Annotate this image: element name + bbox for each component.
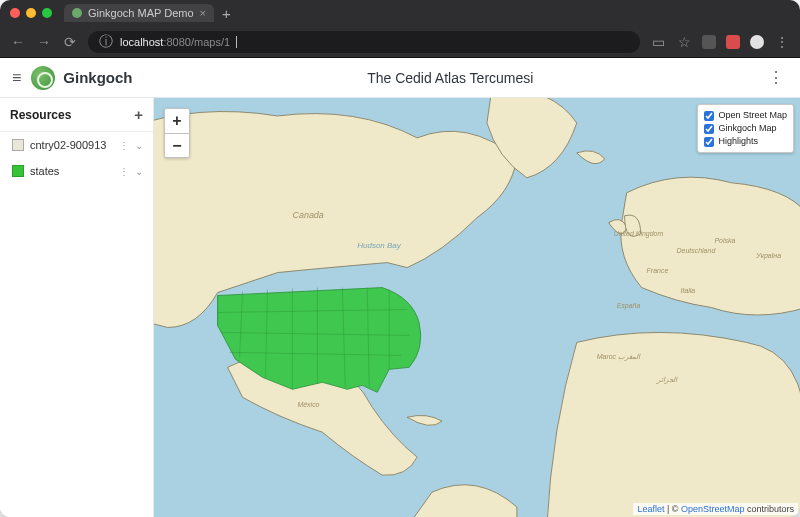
layer-toggle-highlights: Highlights (704, 135, 787, 148)
label-ukraine: Україна (755, 252, 781, 260)
forward-button[interactable]: → (36, 34, 52, 50)
zoom-out-button[interactable]: − (165, 133, 189, 157)
layer-label: states (30, 165, 59, 177)
extension-icon[interactable] (702, 35, 716, 49)
label-france: France (647, 267, 669, 274)
label-deutschland: Deutschland (677, 247, 717, 254)
sidebar-item-countries[interactable]: cntry02-900913 ⋮ ⌄ (0, 132, 153, 158)
reload-button[interactable]: ⟳ (62, 34, 78, 50)
window-controls (10, 8, 52, 18)
world-layer: Canada Hudson Bay México United Kingdom … (154, 98, 800, 517)
map-attribution: Leaflet | © OpenStreetMap contributors (633, 503, 798, 515)
leaflet-link[interactable]: Leaflet (637, 504, 664, 514)
tab-close-icon[interactable]: × (200, 7, 206, 19)
label-algeria: الجزائر (656, 376, 678, 384)
brand-logo (31, 66, 55, 90)
tab-favicon (72, 8, 82, 18)
close-window-button[interactable] (10, 8, 20, 18)
back-button[interactable]: ← (10, 34, 26, 50)
layer-actions-icon[interactable]: ⋮ (119, 166, 129, 177)
label-uk: United Kingdom (614, 230, 664, 238)
maximize-window-button[interactable] (42, 8, 52, 18)
url-host: localhost:8080/maps/1 (120, 36, 230, 48)
layer-toggle-ginkgoch: Ginkgoch Map (704, 122, 787, 135)
layer-swatch (12, 139, 24, 151)
new-tab-button[interactable]: + (222, 5, 231, 22)
osm-link[interactable]: OpenStreetMap (681, 504, 745, 514)
chevron-down-icon[interactable]: ⌄ (135, 140, 143, 151)
sidebar: Resources + cntry02-900913 ⋮ ⌄ states ⋮ … (0, 98, 154, 517)
brand-name: Ginkgoch (63, 69, 132, 86)
app: ≡ Ginkgoch The Cedid Atlas Tercumesi ⋮ R… (0, 58, 800, 517)
page-title: The Cedid Atlas Tercumesi (133, 70, 768, 86)
checkbox[interactable] (704, 124, 714, 134)
menu-icon[interactable]: ≡ (12, 69, 21, 87)
label-canada: Canada (292, 210, 323, 220)
layer-control[interactable]: Open Street Map Ginkgoch Map Highlights (697, 104, 794, 153)
browser-tab[interactable]: Ginkgoch MAP Demo × (64, 4, 214, 22)
layer-label: cntry02-900913 (30, 139, 106, 151)
extension-icon[interactable] (726, 35, 740, 49)
site-info-icon[interactable]: ⓘ (98, 33, 114, 51)
chevron-down-icon[interactable]: ⌄ (135, 166, 143, 177)
zoom-in-button[interactable]: + (165, 109, 189, 133)
checkbox[interactable] (704, 111, 714, 121)
tab-title: Ginkgoch MAP Demo (88, 7, 194, 19)
add-resource-button[interactable]: + (134, 106, 143, 123)
zoom-control: + − (164, 108, 190, 158)
label-espana: España (617, 302, 641, 310)
layer-toggle-osm: Open Street Map (704, 109, 787, 122)
app-body: Resources + cntry02-900913 ⋮ ⌄ states ⋮ … (0, 98, 800, 517)
sidebar-item-states[interactable]: states ⋮ ⌄ (0, 158, 153, 184)
url-cursor (236, 36, 237, 48)
browser-menu-icon[interactable]: ⋮ (774, 34, 790, 50)
label-hudson: Hudson Bay (357, 241, 401, 250)
bookmark-icon[interactable]: ☆ (676, 34, 692, 50)
browser-chrome: Ginkgoch MAP Demo × + ← → ⟳ ⓘ localhost:… (0, 0, 800, 58)
titlebar: Ginkgoch MAP Demo × + (0, 0, 800, 26)
cast-icon[interactable]: ▭ (650, 34, 666, 50)
label-polska: Polska (714, 237, 735, 244)
map-canvas[interactable]: Canada Hudson Bay México United Kingdom … (154, 98, 800, 517)
layer-actions-icon[interactable]: ⋮ (119, 140, 129, 151)
label-mexico: México (297, 401, 319, 408)
app-header: ≡ Ginkgoch The Cedid Atlas Tercumesi ⋮ (0, 58, 800, 98)
minimize-window-button[interactable] (26, 8, 36, 18)
sidebar-header: Resources + (0, 98, 153, 132)
url-field[interactable]: ⓘ localhost:8080/maps/1 (88, 31, 640, 53)
toolbar-right: ▭ ☆ ⋮ (650, 34, 790, 50)
url-bar-row: ← → ⟳ ⓘ localhost:8080/maps/1 ▭ ☆ ⋮ (0, 26, 800, 58)
label-italia: Italia (681, 287, 696, 294)
page-menu-icon[interactable]: ⋮ (768, 68, 788, 87)
label-maroc: Maroc المغرب (597, 353, 641, 361)
layer-swatch (12, 165, 24, 177)
profile-avatar[interactable] (750, 35, 764, 49)
checkbox[interactable] (704, 137, 714, 147)
sidebar-title: Resources (10, 108, 71, 122)
